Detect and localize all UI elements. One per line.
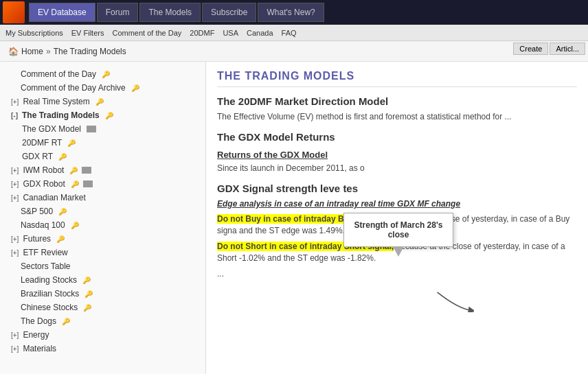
img-icon <box>87 126 96 132</box>
tooltip-bubble: Strength of March 28's close <box>343 213 453 247</box>
expand-plus-icon: [+] <box>11 167 19 174</box>
page-title: THE TRADING MODELS <box>217 70 577 87</box>
sidebar-item-gdx-rt[interactable]: GDX RT 🔑 <box>0 150 205 163</box>
sidebar-item-sectors-table[interactable]: Sectors Table <box>0 259 205 273</box>
sidebar-label: ETF Review <box>23 248 67 257</box>
nav-tab-the-models[interactable]: The Models <box>139 3 201 22</box>
section1-title: The 20DMF Market Direction Model <box>217 95 577 107</box>
section3-title: GDX Signal strength leve tes <box>217 183 577 194</box>
nav-tab-subscribe[interactable]: Subscribe <box>202 3 256 22</box>
sidebar: Comment of the Day 🔑 Comment of the Day … <box>0 62 206 374</box>
sidebar-label: Sectors Table <box>21 261 71 271</box>
expand-plus-icon: [+] <box>11 331 19 339</box>
sec-nav-canada[interactable]: Canada <box>247 29 273 37</box>
sidebar-label: The Dogs <box>21 316 56 326</box>
sidebar-item-brazilian-stocks[interactable]: Brazilian Stocks 🔑 <box>0 287 205 301</box>
article-button[interactable]: Articl... <box>550 43 585 55</box>
home-icon: 🏠 <box>8 47 19 56</box>
sidebar-label: 20DMF RT <box>22 138 62 148</box>
sidebar-label: Brazilian Stocks <box>21 289 79 299</box>
sidebar-item-futures[interactable]: [+] Futures 🔑 <box>0 232 205 246</box>
tooltip-arrow <box>433 288 474 312</box>
key-icon: 🔑 <box>105 112 113 119</box>
sidebar-label: S&P 500 <box>21 207 53 216</box>
key-icon: 🔑 <box>62 318 70 325</box>
top-navigation: EV Database Forum The Models Subscribe W… <box>0 0 588 25</box>
sidebar-item-iwm-robot[interactable]: [+] IWM Robot 🔑 <box>0 163 205 177</box>
key-icon: 🔑 <box>69 167 78 174</box>
sidebar-label: GDX Robot <box>23 179 65 189</box>
key-icon: 🔑 <box>71 180 79 188</box>
sidebar-item-materials[interactable]: [+] Materials <box>0 342 205 355</box>
section2-title: The GDX Model Returns <box>217 131 577 143</box>
key-icon: 🔑 <box>67 139 76 147</box>
expand-plus-icon: [+] <box>11 249 19 257</box>
section3-ellipsis: ... <box>217 268 577 280</box>
sidebar-label: The Trading Models <box>22 110 100 120</box>
sidebar-item-canadian-market[interactable]: [+] Canadian Market <box>0 191 205 204</box>
breadcrumb-current: The Trading Models <box>54 47 126 56</box>
key-icon: 🔑 <box>95 98 104 106</box>
sidebar-label: Leading Stocks <box>21 275 77 285</box>
sidebar-label: Real Time System <box>23 97 89 106</box>
img-icon <box>82 167 91 174</box>
section2-subtitle-link[interactable]: Returns of the GDX Model <box>217 150 328 160</box>
key-icon: 🔑 <box>84 290 93 298</box>
nav-tab-ev-database[interactable]: EV Database <box>29 3 95 22</box>
key-icon: 🔑 <box>82 277 91 284</box>
sec-nav-ev-filters[interactable]: EV Filters <box>71 29 104 37</box>
sec-nav-comment-of-day[interactable]: Comment of the Day <box>112 29 181 37</box>
sidebar-label: Nasdaq 100 <box>21 220 65 230</box>
expand-plus-icon: [+] <box>11 98 19 106</box>
nav-tab-whats-new[interactable]: What's New? <box>258 3 324 22</box>
content-area: THE TRADING MODELS The 20DMF Market Dire… <box>206 62 588 374</box>
sidebar-label: Comment of the Day <box>21 69 96 79</box>
sidebar-label: The GDX Model <box>22 124 81 134</box>
sidebar-item-trading-models[interactable]: [-] The Trading Models 🔑 <box>0 108 205 122</box>
key-icon: 🔑 <box>83 304 91 312</box>
expand-plus-icon: [+] <box>11 194 19 202</box>
sidebar-item-gdx-model[interactable]: The GDX Model <box>0 122 205 136</box>
sidebar-label: Materials <box>23 344 56 353</box>
sidebar-item-chinese-stocks[interactable]: Chinese Stocks 🔑 <box>0 301 205 314</box>
expand-plus-icon: [+] <box>11 345 19 353</box>
nav-tab-forum[interactable]: Forum <box>97 3 139 22</box>
sidebar-label: Futures <box>23 234 51 244</box>
key-icon: 🔑 <box>131 84 139 92</box>
sidebar-item-nasdaq100[interactable]: Nasdaq 100 🔑 <box>0 218 205 232</box>
sec-nav-20dmf[interactable]: 20DMF <box>190 29 214 37</box>
edge-label: Edge analysis in case of an intraday rea… <box>217 199 460 209</box>
sidebar-item-comment-of-day[interactable]: Comment of the Day 🔑 <box>0 67 205 81</box>
breadcrumb-home[interactable]: Home <box>21 47 43 56</box>
sidebar-item-etf-review[interactable]: [+] ETF Review <box>0 246 205 259</box>
sec-nav-faq[interactable]: FAQ <box>282 29 297 37</box>
sidebar-item-the-dogs[interactable]: The Dogs 🔑 <box>0 314 205 328</box>
sidebar-label: Canadian Market <box>23 193 85 202</box>
sidebar-item-leading-stocks[interactable]: Leading Stocks 🔑 <box>0 273 205 287</box>
section2-desc: Since its launch in December 2011, as o <box>217 163 577 174</box>
expand-plus-icon: [+] <box>11 180 19 188</box>
expand-minus-icon: [-] <box>11 112 18 119</box>
sidebar-label: Chinese Stocks <box>21 303 78 312</box>
sec-nav-usa[interactable]: USA <box>223 29 238 37</box>
breadcrumb: 🏠 Home » The Trading Models <box>8 47 126 56</box>
create-button[interactable]: Create <box>513 43 548 55</box>
key-icon: 🔑 <box>58 153 67 161</box>
key-icon: 🔑 <box>56 235 65 243</box>
img-icon <box>83 180 93 187</box>
breadcrumb-separator: » <box>46 47 51 56</box>
sec-nav-my-subscriptions[interactable]: My Subscriptions <box>5 29 63 37</box>
main-layout: Comment of the Day 🔑 Comment of the Day … <box>0 62 588 374</box>
sidebar-item-sp500[interactable]: S&P 500 🔑 <box>0 204 205 218</box>
secondary-navigation: My Subscriptions EV Filters Comment of t… <box>0 25 588 41</box>
sidebar-item-gdx-robot[interactable]: [+] GDX Robot 🔑 <box>0 177 205 191</box>
sidebar-item-comment-archive[interactable]: Comment of the Day Archive 🔑 <box>0 81 205 95</box>
sidebar-item-energy[interactable]: [+] Energy <box>0 328 205 342</box>
section2-subtitle: Returns of the GDX Model <box>217 150 577 160</box>
section1-desc: The Effective Volume (EV) method is firs… <box>217 111 577 123</box>
tooltip-text: Strength of March 28's close <box>354 220 443 239</box>
key-icon: 🔑 <box>102 71 110 78</box>
sidebar-item-20dmf-rt[interactable]: 20DMF RT 🔑 <box>0 136 205 150</box>
sidebar-label: Energy <box>23 330 49 340</box>
sidebar-item-real-time-system[interactable]: [+] Real Time System 🔑 <box>0 95 205 108</box>
